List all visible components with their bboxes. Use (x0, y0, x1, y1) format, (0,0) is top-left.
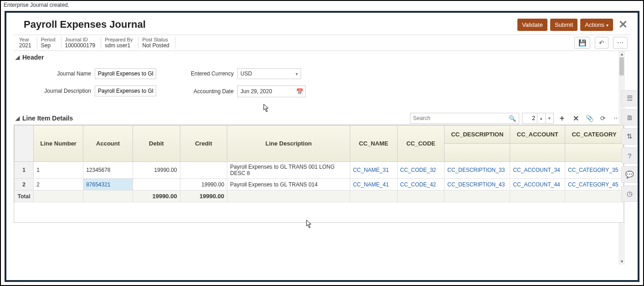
meta-preparedby-value: sdm user1 (105, 42, 133, 49)
goto-row-input[interactable] (522, 113, 537, 123)
scroll-thumb[interactable] (619, 57, 624, 75)
undo-icon[interactable]: ↶ (595, 37, 608, 49)
entered-currency-select[interactable]: USD ▾ (237, 68, 301, 79)
hierarchy-icon[interactable]: ⇅ (621, 128, 638, 145)
help-icon[interactable]: ? (621, 147, 638, 164)
more-icon[interactable]: ⋯ (613, 37, 628, 49)
col-ccacct-sub (510, 144, 565, 162)
total-debit: 19990.00 (133, 191, 180, 202)
submit-button[interactable]: Submit (550, 19, 578, 31)
table-row[interactable]: 2 2 87654321 19990.00 Payroll Expenses t… (15, 179, 624, 191)
cccode-cell[interactable]: CC_CODE_32 (397, 162, 445, 179)
goto-row-spinner[interactable]: ▴ ▾ (522, 113, 554, 124)
search-icon[interactable]: 🔍 (506, 115, 519, 122)
document-icon[interactable]: 🗎 (621, 109, 638, 125)
table-row[interactable]: 1 1 12345678 19990.00 Payroll Expenses t… (15, 162, 624, 179)
col-cccat[interactable]: CC_CATEGORY (565, 125, 624, 144)
meta-year-label: Year (19, 37, 31, 42)
ccdesc-cell[interactable]: CC_DESCRIPTION_33 (445, 162, 510, 179)
activity-icon[interactable]: ☰ (621, 90, 638, 106)
col-linenumber[interactable]: Line Number (34, 125, 83, 162)
total-label-cell: Total (15, 191, 34, 202)
accounting-date-value: Jun 29, 2020 (240, 88, 272, 95)
meta-journal-id-label: Journal ID (65, 37, 96, 42)
col-linedesc[interactable]: Line Description (227, 125, 350, 162)
col-ccname[interactable]: CC_NAME (350, 125, 397, 162)
cccode-cell[interactable]: CC_CODE_42 (397, 179, 445, 191)
cccat-cell[interactable]: CC_CATEGORY_45 (565, 179, 624, 191)
meta-poststatus-label: Post Status (142, 37, 169, 42)
ccname-cell[interactable]: CC_NAME_31 (350, 162, 397, 179)
accounting-date-label: Accounting Date (184, 88, 234, 95)
side-toolbar: ☰ 🗎 ⇅ ? 💬 ◷ (621, 90, 638, 202)
comments-icon[interactable]: 💬 (621, 166, 638, 183)
col-rownum (15, 125, 34, 162)
meta-period-label: Period (41, 37, 56, 42)
account-cell[interactable]: 12345678 (83, 162, 133, 179)
lineitems-section-label: Line Item Details (22, 115, 73, 122)
caret-down-icon: ◢ (15, 54, 20, 60)
journal-desc-label: Journal Description (32, 88, 91, 94)
scroll-up-icon[interactable]: ▴ (618, 51, 625, 57)
totals-row: Total 19990.00 19990.00 (15, 191, 624, 202)
linedesc-cell[interactable]: Payroll Expenses to GL TRANS 001 LONG DE… (227, 162, 350, 179)
page-title: Payroll Expenses Journal (24, 19, 146, 30)
attach-icon[interactable]: 📎 (584, 113, 595, 124)
lineitems-section-toggle[interactable]: ◢ Line Item Details (15, 115, 73, 122)
ccacct-cell[interactable]: CC_ACCOUNT_44 (510, 179, 565, 191)
meta-bar: Year 2021 Period Sep Journal ID 10000001… (14, 35, 630, 51)
save-icon[interactable]: 💾 (574, 37, 590, 49)
accounting-date-input[interactable]: Jun 29, 2020 📅 (237, 85, 306, 97)
credit-cell[interactable] (180, 162, 227, 179)
search-box[interactable]: 🔍 (410, 113, 519, 124)
debit-cell[interactable]: 19990.00 (133, 162, 180, 179)
col-ccdesc[interactable]: CC_DESCRIPTION (445, 125, 510, 144)
add-row-icon[interactable]: + (557, 113, 567, 124)
meta-period-value: Sep (41, 42, 56, 49)
caret-down-icon: ◢ (15, 115, 20, 121)
col-account[interactable]: Account (83, 125, 133, 162)
line-items-table: Line Number Account Debit Credit Line De… (14, 125, 624, 223)
linedesc-cell[interactable]: Payroll Expenses to GL TRANS 014 (227, 179, 350, 191)
journal-name-input[interactable] (95, 68, 156, 79)
meta-journal-id-value: 1000000179 (65, 42, 96, 49)
status-message: Enterprise Journal created. (1, 1, 643, 9)
linenumber-cell[interactable]: 2 (34, 179, 83, 191)
meta-preparedby-label: Prepared By (105, 37, 133, 42)
debit-cell[interactable] (133, 179, 180, 191)
close-icon[interactable]: ✕ (616, 18, 630, 31)
ccdesc-cell[interactable]: CC_DESCRIPTION_43 (445, 179, 510, 191)
rownum-cell[interactable]: 1 (15, 162, 34, 179)
col-credit[interactable]: Credit (180, 125, 227, 162)
journal-desc-input[interactable] (95, 85, 156, 96)
clock-icon[interactable]: ◷ (621, 186, 638, 202)
calendar-icon[interactable]: 📅 (296, 88, 303, 95)
linenumber-cell[interactable]: 1 (34, 162, 83, 179)
col-cccode[interactable]: CC_CODE (397, 125, 445, 162)
entered-currency-value: USD (240, 70, 252, 77)
header-section-toggle[interactable]: ◢ Header (14, 51, 624, 64)
col-debit[interactable]: Debit (133, 125, 180, 162)
chevron-down-icon: ▾ (296, 71, 298, 76)
entered-currency-label: Entered Currency (184, 70, 234, 77)
cccat-cell[interactable]: CC_CATEGORY_35 (565, 162, 624, 179)
col-ccacct[interactable]: CC_ACCOUNT (510, 125, 565, 144)
spin-down-icon[interactable]: ▾ (545, 113, 553, 124)
col-ccdesc-sub (445, 144, 510, 162)
total-credit: 19990.00 (180, 191, 227, 202)
header-section-label: Header (22, 54, 44, 61)
meta-year-value: 2021 (19, 42, 31, 49)
refresh-icon[interactable]: ⟳ (598, 113, 608, 124)
validate-button[interactable]: Validate (517, 19, 547, 31)
account-cell[interactable]: 87654321 (83, 179, 133, 191)
delete-row-icon[interactable]: ✕ (570, 113, 581, 124)
search-input[interactable] (410, 113, 506, 123)
spin-up-icon[interactable]: ▴ (537, 113, 545, 124)
col-cccat-sub (565, 144, 624, 162)
ccacct-cell[interactable]: CC_ACCOUNT_34 (510, 162, 565, 179)
credit-cell[interactable]: 19990.00 (180, 179, 227, 191)
scroll-down-icon[interactable]: ▾ (618, 258, 625, 265)
rownum-cell[interactable]: 2 (15, 179, 34, 191)
ccname-cell[interactable]: CC_NAME_41 (350, 179, 397, 191)
actions-button[interactable]: Actions (580, 19, 613, 31)
